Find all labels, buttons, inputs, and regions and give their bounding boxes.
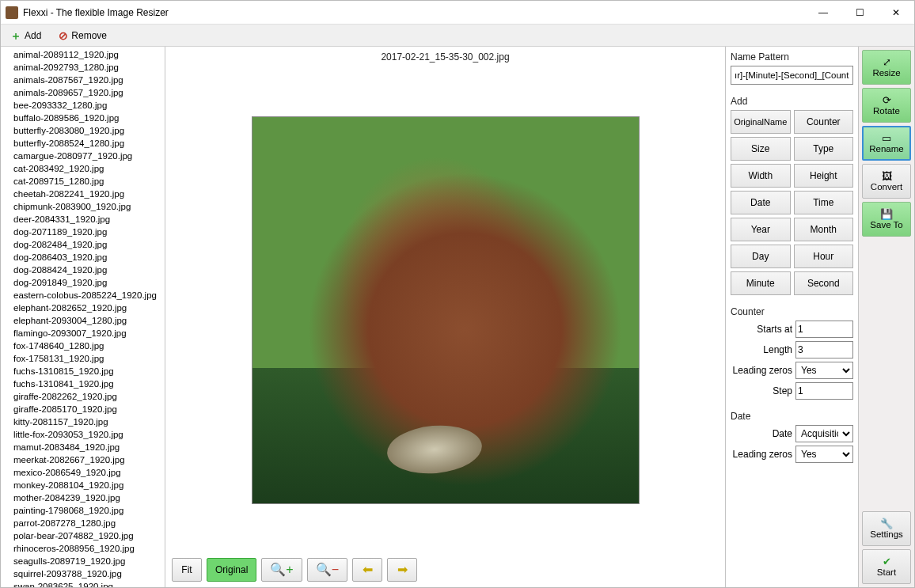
counter-group: Counter Starts at Length Leading zeros Y… [731, 306, 853, 400]
original-button[interactable]: Original [207, 558, 256, 582]
hour-button[interactable]: Hour [794, 245, 854, 268]
minimize-button[interactable]: — [805, 1, 841, 25]
convert-action[interactable]: 🖼 Convert [862, 164, 911, 199]
add-button[interactable]: ＋ Add [6, 27, 46, 44]
title-bar: Flexxi - The flexible Image Resizer — ☐ … [1, 1, 914, 25]
list-item[interactable]: dog-2088424_1920.jpg [1, 264, 165, 276]
next-image-button[interactable]: ➡ [387, 558, 417, 582]
width-button[interactable]: Width [731, 164, 791, 188]
list-item[interactable]: kitty-2081157_1920.jpg [1, 415, 165, 428]
remove-label: Remove [71, 30, 107, 41]
date-group-label: Date [731, 411, 853, 422]
type-button[interactable]: Type [794, 137, 854, 161]
options-panel: Name Pattern Add OriginalName Counter Si… [726, 47, 859, 587]
list-item[interactable]: animal-2092793_1280.jpg [1, 61, 165, 74]
resize-action[interactable]: ⤢ Resize [862, 50, 911, 85]
list-item[interactable]: cat-2083492_1920.jpg [1, 162, 165, 175]
list-item[interactable]: cheetah-2082241_1920.jpg [1, 188, 165, 200]
date-button[interactable]: Date [731, 191, 791, 214]
year-button[interactable]: Year [731, 218, 791, 241]
list-item[interactable]: mamut-2083484_1920.jpg [1, 441, 165, 453]
counter-leading-zeros-select[interactable]: Yes [795, 362, 853, 379]
day-button[interactable]: Day [731, 245, 791, 268]
preview-body [165, 67, 725, 552]
save-to-action[interactable]: 💾 Save To [862, 202, 911, 237]
start-icon: ✔ [883, 556, 891, 567]
month-button[interactable]: Month [794, 218, 854, 241]
close-button[interactable]: ✕ [878, 1, 914, 25]
length-input[interactable] [795, 341, 853, 358]
list-item[interactable]: polar-bear-2074882_1920.jpg [1, 529, 165, 542]
file-list-scroll[interactable]: animal-2089112_1920.jpganimal-2092793_12… [1, 47, 165, 587]
list-item[interactable]: fox-1758131_1920.jpg [1, 352, 165, 365]
date-leading-zeros-select[interactable]: Yes [795, 446, 853, 463]
rename-action[interactable]: ▭ Rename [862, 126, 911, 161]
originalname-button[interactable]: OriginalName [731, 110, 791, 134]
counter-leading-zeros-label: Leading zeros [731, 365, 792, 376]
list-item[interactable]: seagulls-2089719_1920.jpg [1, 555, 165, 567]
list-item[interactable]: animals-2087567_1920.jpg [1, 74, 165, 86]
zoom-out-button[interactable]: 🔍− [307, 558, 347, 582]
rotate-icon: ⟳ [883, 95, 891, 105]
list-item[interactable]: giraffe-2085170_1920.jpg [1, 403, 165, 415]
list-item[interactable]: dog-2071189_1920.jpg [1, 226, 165, 238]
settings-label: Settings [870, 529, 903, 539]
list-item[interactable]: parrot-2087278_1280.jpg [1, 517, 165, 529]
list-item[interactable]: animals-2089657_1920.jpg [1, 86, 165, 99]
minute-button[interactable]: Minute [731, 271, 791, 295]
list-item[interactable]: meerkat-2082667_1920.jpg [1, 453, 165, 466]
date-select[interactable]: Acquisition [795, 425, 853, 442]
list-item[interactable]: cat-2089715_1280.jpg [1, 175, 165, 188]
list-item[interactable]: squirrel-2093788_1920.jpg [1, 567, 165, 580]
close-icon: ✕ [892, 7, 900, 18]
start-action[interactable]: ✔ Start [862, 549, 911, 584]
list-item[interactable]: fox-1748640_1280.jpg [1, 340, 165, 352]
list-item[interactable]: giraffe-2082262_1920.jpg [1, 390, 165, 403]
actions-column: ⤢ Resize ⟳ Rotate ▭ Rename 🖼 Convert 💾 S… [859, 47, 914, 587]
list-item[interactable]: monkey-2088104_1920.jpg [1, 479, 165, 491]
list-item[interactable]: butterfly-2088524_1280.jpg [1, 137, 165, 150]
step-label: Step [731, 385, 792, 396]
list-item[interactable]: rhinoceros-2088956_1920.jpg [1, 542, 165, 555]
time-button[interactable]: Time [794, 191, 854, 214]
counter-button[interactable]: Counter [794, 110, 854, 134]
list-item[interactable]: bee-2093332_1280.jpg [1, 99, 165, 112]
list-item[interactable]: mother-2084239_1920.jpg [1, 491, 165, 504]
maximize-button[interactable]: ☐ [841, 1, 878, 25]
second-button[interactable]: Second [794, 271, 854, 295]
list-item[interactable]: elephant-2082652_1920.jpg [1, 302, 165, 314]
name-pattern-input[interactable] [731, 66, 853, 85]
zoom-in-button[interactable]: 🔍+ [261, 558, 302, 582]
list-item[interactable]: dog-2091849_1920.jpg [1, 276, 165, 289]
list-item[interactable]: fuchs-1310815_1920.jpg [1, 365, 165, 377]
list-item[interactable]: little-fox-2093053_1920.jpg [1, 428, 165, 441]
prev-image-button[interactable]: ⬅ [352, 558, 382, 582]
list-item[interactable]: painting-1798068_1920.jpg [1, 504, 165, 517]
name-pattern-group: Name Pattern [731, 51, 853, 85]
height-button[interactable]: Height [794, 164, 854, 188]
list-item[interactable]: dog-2082484_1920.jpg [1, 238, 165, 251]
list-item[interactable]: camargue-2080977_1920.jpg [1, 150, 165, 162]
list-item[interactable]: flamingo-2093007_1920.jpg [1, 327, 165, 340]
list-item[interactable]: deer-2084331_1920.jpg [1, 213, 165, 226]
list-item[interactable]: buffalo-2089586_1920.jpg [1, 112, 165, 124]
settings-action[interactable]: 🔧 Settings [862, 511, 911, 546]
list-item[interactable]: mexico-2086549_1920.jpg [1, 466, 165, 479]
list-item[interactable]: fuchs-1310841_1920.jpg [1, 377, 165, 390]
fit-button[interactable]: Fit [172, 558, 202, 582]
step-input[interactable] [795, 382, 853, 400]
list-item[interactable]: eastern-colobus-2085224_1920.jpg [1, 289, 165, 302]
list-item[interactable]: dog-2086403_1920.jpg [1, 251, 165, 264]
list-item[interactable]: chipmunk-2083900_1920.jpg [1, 200, 165, 213]
list-item[interactable]: elephant-2093004_1280.jpg [1, 314, 165, 327]
remove-button[interactable]: ⊘ Remove [54, 27, 112, 44]
list-item[interactable]: animal-2089112_1920.jpg [1, 48, 165, 61]
rotate-action[interactable]: ⟳ Rotate [862, 88, 911, 123]
zoom-in-icon: 🔍+ [270, 563, 293, 576]
size-button[interactable]: Size [731, 137, 791, 161]
list-item[interactable]: butterfly-2083080_1920.jpg [1, 124, 165, 137]
rename-icon: ▭ [882, 133, 891, 143]
list-item[interactable]: swan-2083625_1920.jpg [1, 580, 165, 587]
window-title: Flexxi - The flexible Image Resizer [23, 7, 169, 18]
starts-at-input[interactable] [795, 321, 853, 338]
